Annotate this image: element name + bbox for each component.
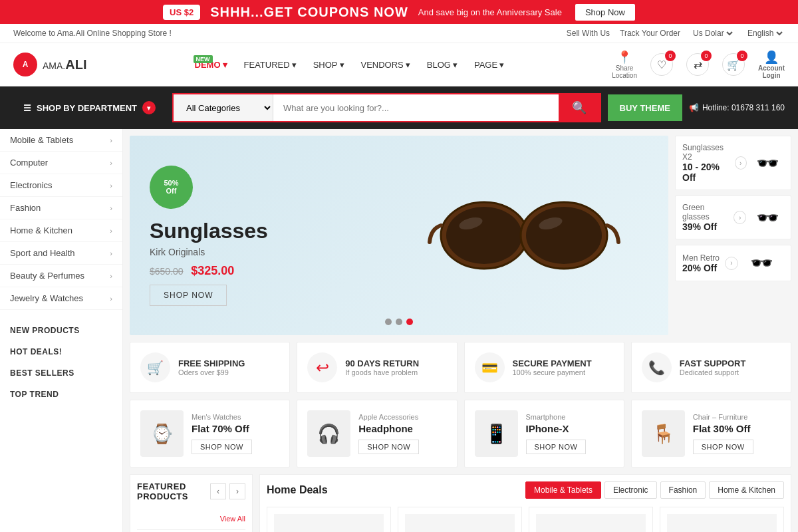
compare-count: 0	[701, 51, 712, 61]
deals-tabs: Mobile & Tablets Electronic Fashion Home…	[525, 481, 784, 499]
deal-card-4[interactable]: 📦	[660, 507, 784, 532]
hero-section: 50% Off Sunglasses Kirk Originals $650.0…	[130, 136, 791, 335]
deals-tab-home-kitchen[interactable]: Home & Kitchen	[709, 481, 784, 499]
sidebar-item-computer[interactable]: Computer ›	[0, 152, 122, 174]
logo[interactable]: A AMA.ALI	[13, 53, 86, 76]
coupon-tag[interactable]: US $2	[163, 5, 200, 20]
info-strip-support: 📞 FAST SUPPORT Dedicated support	[631, 342, 791, 393]
header: A AMA.ALI NEW DEMO ▾ FEATURED ▾ SHOP ▾ V…	[0, 43, 798, 86]
deal-image-4: 📦	[667, 514, 777, 532]
prev-arrow[interactable]: ‹	[210, 483, 226, 499]
side-card-green-glasses[interactable]: Green glasses 39% Off › 🕶️	[675, 196, 791, 239]
nav-vendors[interactable]: VENDORS ▾	[354, 57, 417, 73]
side-card-arrow-icon-2[interactable]: ›	[733, 211, 745, 224]
cat-card-headphone[interactable]: 🎧 Apple Accessories Headphone SHOP NOW	[297, 400, 457, 467]
sidebar-item-mobile[interactable]: Mobile & Tablets ›	[0, 129, 122, 152]
chair-shop-now-button[interactable]: SHOP NOW	[693, 440, 753, 454]
compare-button[interactable]: ⇄ 0	[686, 53, 709, 76]
cat-card-chair[interactable]: 🪑 Chair – Furniture Flat 30% Off SHOP NO…	[631, 400, 791, 467]
chair-image: 🪑	[642, 410, 685, 457]
nav-shop[interactable]: SHOP ▾	[307, 57, 351, 73]
watches-shop-now-button[interactable]: SHOP NOW	[192, 440, 252, 454]
headphone-shop-now-button[interactable]: SHOP NOW	[358, 440, 419, 454]
iphone-shop-now-button[interactable]: SHOP NOW	[526, 440, 587, 454]
menu-icon: ☰	[23, 103, 31, 113]
side-card-sunglasses[interactable]: Sunglasses X2 10 - 20% Off › 🕶️	[675, 136, 791, 190]
dot-1[interactable]	[385, 319, 392, 325]
hero-slider: 50% Off Sunglasses Kirk Originals $650.0…	[130, 136, 668, 335]
next-arrow[interactable]: ›	[229, 483, 245, 499]
sidebar-link-new-products[interactable]: NEW PRODUCTS	[0, 320, 122, 341]
deal-card-1[interactable]: 🖥️ Desktops WOMEN'S 44-MBW-IB ROUND	[267, 507, 391, 532]
sidebar-item-sport[interactable]: Sport and Health ›	[0, 242, 122, 265]
arrow-icon: ›	[110, 182, 112, 190]
hero-brand: Kirk Originals	[150, 247, 399, 257]
dot-2[interactable]	[396, 319, 402, 325]
language-select[interactable]: English	[745, 28, 785, 39]
featured-title: Featured Products	[137, 481, 210, 501]
category-select[interactable]: All Categories	[174, 94, 273, 121]
side-card-image-2: 🕶️	[751, 207, 784, 229]
nav-featured[interactable]: FEATURED ▾	[237, 57, 303, 73]
headphone-image: 🎧	[307, 410, 350, 457]
deals-tab-electronic[interactable]: Electronic	[604, 481, 657, 499]
hero-slide: 50% Off Sunglasses Kirk Originals $650.0…	[130, 136, 668, 335]
sidebar-link-top-trend[interactable]: TOP TREND	[0, 384, 122, 405]
sell-with-us-link[interactable]: Sell With Us	[567, 29, 610, 38]
sidebar-link-hot-deals[interactable]: HOT DEALS!	[0, 341, 122, 362]
deals-tab-mobile[interactable]: Mobile & Tablets	[525, 481, 601, 499]
arrow-icon: ›	[110, 136, 112, 144]
deal-card-2[interactable]: 📱 Smartphones SAMSUNG GALAXY S6	[398, 507, 522, 532]
dot-3[interactable]	[406, 319, 413, 325]
account-login[interactable]: 👤 AccountLogin	[758, 50, 785, 79]
top-banner: US $2 SHHH...GET COUPONS NOW And save bi…	[0, 0, 798, 24]
arrow-icon: ›	[110, 227, 112, 235]
banner-shop-now-button[interactable]: Shop Now	[575, 4, 635, 21]
return-icon: ↩	[307, 352, 337, 382]
search-input[interactable]	[273, 94, 559, 121]
side-card-info-2: Green glasses 39% Off	[682, 203, 728, 232]
hero-image	[399, 169, 648, 302]
sidebar-item-electronics[interactable]: Electronics ›	[0, 174, 122, 197]
deal-image-1: 🖥️	[274, 514, 384, 532]
iphone-image: 📱	[475, 410, 518, 457]
sidebar-item-jewelry[interactable]: Jewelry & Watches ›	[0, 287, 122, 310]
side-card-arrow-icon[interactable]: ›	[735, 156, 747, 170]
info-shipping-text: FREE SHIPPING Oders over $99	[178, 358, 245, 376]
track-order-link[interactable]: Track Your Order	[620, 29, 680, 38]
arrow-icon: ›	[110, 204, 112, 212]
featured-product-item: 🪑 TABLE WOOD INDUSTRY ---	[137, 529, 245, 532]
arrow-icon: ›	[110, 249, 112, 257]
hero-old-price: $650.00	[150, 266, 184, 277]
arrow-icon: ›	[110, 295, 112, 303]
info-strip-payment: 💳 SECURE PAYMENT 100% secure payment	[464, 342, 624, 393]
sidebar-links-section: NEW PRODUCTS HOT DEALS! BEST SELLERS TOP…	[0, 310, 122, 408]
cat-card-iphone[interactable]: 📱 Smartphone IPhone-X SHOP NOW	[464, 400, 624, 467]
buy-theme-button[interactable]: BUY THEME	[608, 94, 682, 121]
cart-button[interactable]: 🛒 0	[722, 53, 745, 76]
svg-point-6	[526, 207, 602, 264]
cat-card-watches[interactable]: ⌚ Men's Watches Flat 70% Off SHOP NOW	[130, 400, 290, 467]
wishlist-button[interactable]: ♡ 0	[650, 53, 673, 76]
sidebar-link-best-sellers[interactable]: BEST SELLERS	[0, 362, 122, 384]
deal-card-3[interactable]: 💻 Desktops SCARLETON SHOULDER BAG	[529, 507, 653, 532]
info-payment-text: SECURE PAYMENT 100% secure payment	[513, 358, 592, 376]
sidebar-item-fashion[interactable]: Fashion ›	[0, 197, 122, 219]
hero-shop-now-button[interactable]: SHOP NOW	[150, 285, 227, 306]
search-button[interactable]: 🔍	[559, 94, 600, 121]
side-card-arrow-icon-3[interactable]: ›	[725, 257, 738, 270]
info-support-text: FAST SUPPORT Dedicated support	[680, 358, 746, 376]
side-card-retro[interactable]: Men Retro 20% Off › 🕶️	[675, 245, 791, 281]
discount-badge: 50% Off	[150, 166, 193, 209]
shop-by-department[interactable]: ☰ SHOP BY DEPARTMENT ▾	[13, 94, 166, 121]
currency-select[interactable]: Us Dolar	[690, 28, 735, 39]
sidebar-item-beauty[interactable]: Beauty & Perfumes ›	[0, 265, 122, 287]
nav-blog[interactable]: BLOG ▾	[420, 57, 464, 73]
view-all-link[interactable]: View All	[137, 515, 245, 523]
nav-demo[interactable]: NEW DEMO ▾	[188, 57, 234, 73]
nav-page[interactable]: PAGE ▾	[467, 57, 511, 73]
deals-tab-fashion[interactable]: Fashion	[660, 481, 706, 499]
sidebar-item-home[interactable]: Home & Kitchen ›	[0, 219, 122, 242]
share-location[interactable]: 📍 ShareLocation	[612, 50, 637, 79]
hero-content: 50% Off Sunglasses Kirk Originals $650.0…	[150, 166, 399, 306]
